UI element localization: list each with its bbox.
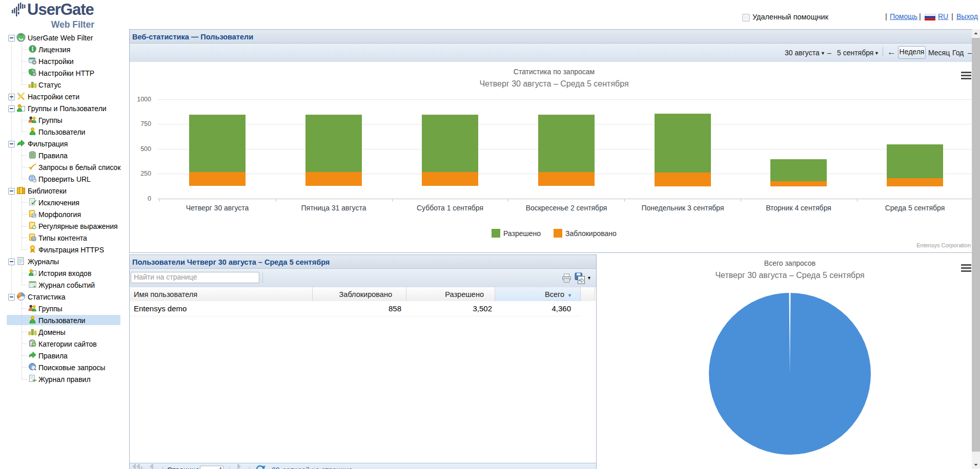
svg-text:Страница: Страница [167, 466, 200, 469]
svg-text:записей на странице: записей на странице [283, 466, 353, 469]
svg-text:20: 20 [272, 466, 280, 469]
svg-text:1: 1 [219, 466, 222, 469]
